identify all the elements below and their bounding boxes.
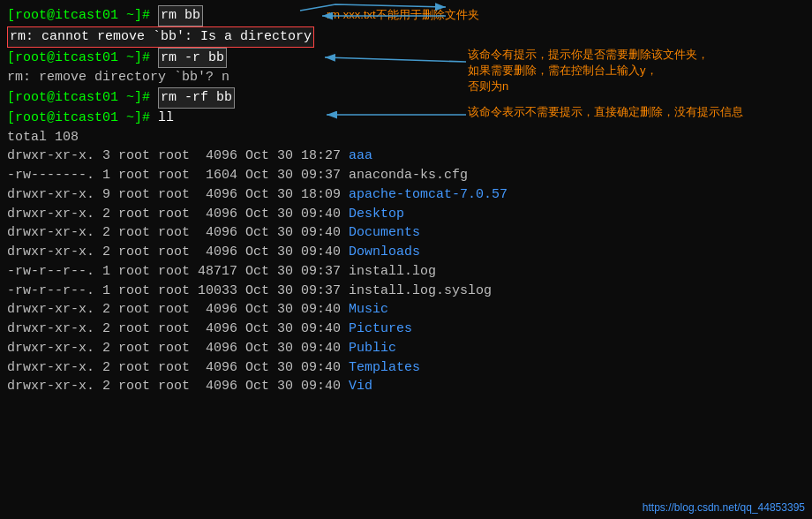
file-perms: drwxr-xr-x. 3 root root 4096 Oct 30 18:2… xyxy=(7,147,349,166)
file-perms: drwxr-xr-x. 9 root root 4096 Oct 30 18:0… xyxy=(7,185,349,205)
file-row: -rw-------. 1 root root 1604 Oct 30 09:3… xyxy=(7,166,805,185)
file-row: drwxr-xr-x. 9 root root 4096 Oct 30 18:0… xyxy=(7,185,805,205)
file-name: Documents xyxy=(349,223,420,243)
error-text: rm: cannot remove `bb': Is a directory xyxy=(7,26,314,48)
cmd-ll: ll xyxy=(158,109,174,128)
annotation-3: 该命令表示不需要提示，直接确定删除，没有提示信息 xyxy=(468,104,743,120)
annotation-1: rm xxx.txt不能用于删除文件夹 xyxy=(327,7,479,23)
file-row: drwxr-xr-x. 2 root root 4096 Oct 30 09:4… xyxy=(7,205,805,224)
file-perms: drwxr-xr-x. 2 root root 4096 Oct 30 09:4… xyxy=(7,377,349,396)
file-name: aaa xyxy=(349,147,372,166)
file-name: Public xyxy=(349,339,396,358)
prompt-6: [root@itcast01 ~]# xyxy=(7,109,158,128)
file-row: drwxr-xr-x. 2 root root 4096 Oct 30 09:4… xyxy=(7,377,805,396)
file-name: Downloads xyxy=(349,243,420,262)
file-row: -rw-r--r--. 1 root root 48717 Oct 30 09:… xyxy=(7,262,805,282)
watermark: https://blog.csdn.net/qq_44853395 xyxy=(643,500,805,515)
file-perms: -rw-r--r--. 1 root root 10033 Oct 30 09:… xyxy=(7,282,349,301)
file-row: drwxr-xr-x. 2 root root 4096 Oct 30 09:4… xyxy=(7,300,805,320)
file-row: drwxr-xr-x. 3 root root 4096 Oct 30 18:2… xyxy=(7,147,805,166)
file-row: drwxr-xr-x. 2 root root 4096 Oct 30 09:4… xyxy=(7,358,805,378)
total-text: total 108 xyxy=(7,128,79,147)
file-name: Templates xyxy=(349,358,420,378)
cmd-rmrfbb: rm -rf bb xyxy=(158,87,235,109)
file-name: Pictures xyxy=(349,320,412,339)
cmd-rmrbb: rm -r bb xyxy=(158,48,227,69)
file-row: drwxr-xr-x. 2 root root 4096 Oct 30 09:4… xyxy=(7,320,805,339)
file-name: install.log xyxy=(349,262,436,282)
error-line: rm: cannot remove `bb': Is a directory xyxy=(7,26,805,48)
file-name: install.log.syslog xyxy=(349,282,492,301)
file-row: drwxr-xr-x. 2 root root 4096 Oct 30 09:4… xyxy=(7,223,805,243)
file-perms: drwxr-xr-x. 2 root root 4096 Oct 30 09:4… xyxy=(7,205,349,224)
annotation-2: 该命令有提示，提示你是否需要删除该文件夹，如果需要删除，需在控制台上输入y，否则… xyxy=(468,47,715,95)
file-perms: drwxr-xr-x. 2 root root 4096 Oct 30 09:4… xyxy=(7,320,349,339)
file-name: Desktop xyxy=(349,205,404,224)
file-perms: drwxr-xr-x. 2 root root 4096 Oct 30 09:4… xyxy=(7,339,349,358)
prompt-5: [root@itcast01 ~]# xyxy=(7,88,158,108)
file-row: -rw-r--r--. 1 root root 10033 Oct 30 09:… xyxy=(7,282,805,301)
file-row: drwxr-xr-x. 2 root root 4096 Oct 30 09:4… xyxy=(7,339,805,358)
cmd-rmbbb: rm bb xyxy=(158,5,203,26)
file-row: drwxr-xr-x. 2 root root 4096 Oct 30 09:4… xyxy=(7,243,805,262)
total-line: total 108 xyxy=(7,128,805,147)
file-perms: drwxr-xr-x. 2 root root 4096 Oct 30 09:4… xyxy=(7,243,349,262)
file-perms: drwxr-xr-x. 2 root root 4096 Oct 30 09:4… xyxy=(7,358,349,378)
file-name: Vid xyxy=(349,377,372,396)
prompt-1: [root@itcast01 ~]# xyxy=(7,6,158,26)
file-perms: -rw-------. 1 root root 1604 Oct 30 09:3… xyxy=(7,166,349,185)
file-perms: drwxr-xr-x. 2 root root 4096 Oct 30 09:4… xyxy=(7,223,349,243)
file-list: drwxr-xr-x. 3 root root 4096 Oct 30 18:2… xyxy=(7,147,805,396)
file-perms: -rw-r--r--. 1 root root 48717 Oct 30 09:… xyxy=(7,262,349,282)
file-name: anaconda-ks.cfg xyxy=(349,166,468,185)
prompt-3: [root@itcast01 ~]# xyxy=(7,49,158,68)
file-name: Music xyxy=(349,300,388,320)
file-perms: drwxr-xr-x. 2 root root 4096 Oct 30 09:4… xyxy=(7,300,349,320)
file-name: apache-tomcat-7.0.57 xyxy=(349,185,508,205)
rm-prompt-output: rm: remove directory `bb'? n xyxy=(7,68,229,87)
